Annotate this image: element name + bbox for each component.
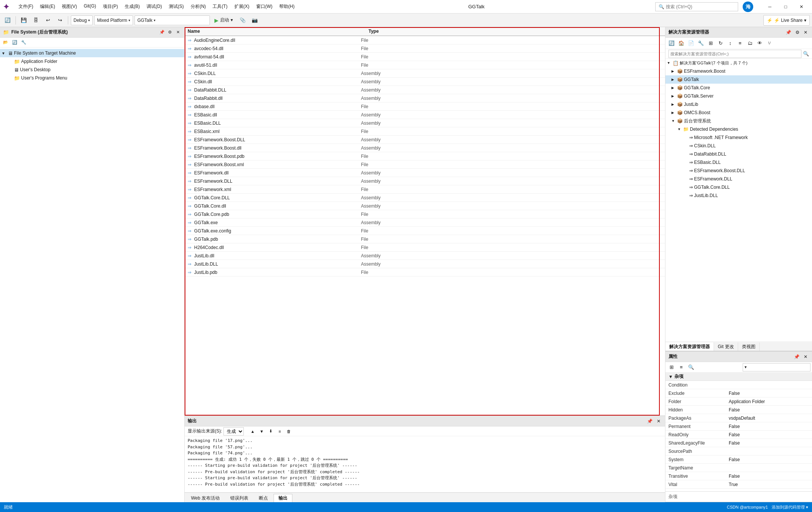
close-button[interactable]: ✕ [794, 2, 809, 12]
file-row[interactable]: ⇒ H264Codec.dll File [185, 243, 665, 252]
file-row[interactable]: ⇒ ESFramework.DLL Assembly [185, 177, 665, 185]
output-tab[interactable]: 输出 [274, 494, 292, 502]
prop-row[interactable]: Folder Application Folder [665, 397, 812, 406]
prop-row[interactable]: System False [665, 455, 812, 464]
prop-row[interactable]: Vital True [665, 480, 812, 489]
prop-row[interactable]: Hidden False [665, 406, 812, 414]
file-row[interactable]: ⇒ avutil-51.dll File [185, 61, 665, 69]
prop-section-header[interactable]: ▼杂项 [665, 373, 812, 381]
se-close-button[interactable]: ✕ [802, 29, 809, 36]
minimize-button[interactable]: ─ [762, 2, 777, 12]
fs-properties-button[interactable]: 🔧 [20, 38, 28, 47]
se-tree-item[interactable]: ⇒ CSkin.DLL [665, 142, 812, 150]
menu-file[interactable]: 文件(F) [15, 3, 36, 11]
file-row[interactable]: ⇒ dxbase.dll File [185, 102, 665, 111]
se-tree-item[interactable]: ▶ 📦 GGTalk [665, 75, 812, 84]
live-share-button[interactable]: ⚡ ⚡ Live Share ▾ [763, 15, 810, 26]
prop-row[interactable]: Condition [665, 381, 812, 389]
prop-row[interactable]: ReadOnly False [665, 431, 812, 439]
output-wrap-button[interactable]: ≡ [275, 427, 284, 436]
menu-tools[interactable]: 工具(T) [209, 3, 230, 11]
prop-footer[interactable]: 杂项 [665, 491, 812, 502]
se-tree-item[interactable]: ⇒ ESBasic.DLL [665, 158, 812, 167]
save-all-button[interactable]: 🗄 [31, 15, 41, 26]
se-pin-button[interactable]: 📌 [784, 29, 793, 36]
output-source-dropdown[interactable]: 生成 [223, 427, 244, 436]
file-row[interactable]: ⇒ ESFramework.dll Assembly [185, 169, 665, 177]
prop-row[interactable]: SourcePath [665, 447, 812, 455]
se-collapse-button[interactable]: ⊞ [706, 39, 715, 48]
output-prev-button[interactable]: ▲ [248, 427, 257, 436]
se-tree-item[interactable]: ⇒ ESFramework.Boost.DLL [665, 167, 812, 175]
menu-test[interactable]: 测试(S) [166, 3, 187, 11]
prop-row[interactable]: Permanent False [665, 422, 812, 431]
se-git-button[interactable]: ⑂ [765, 39, 774, 48]
se-tree-item[interactable]: ▶ 📦 GGTalk.Server [665, 92, 812, 100]
file-row[interactable]: ⇒ ESFramework.Boost.dll Assembly [185, 144, 665, 152]
tree-item-root[interactable]: ▼ 🖥 File System on Target Machine [0, 49, 184, 57]
file-row[interactable]: ⇒ avcodec-54.dll File [185, 44, 665, 53]
save-button[interactable]: 💾 [18, 15, 29, 26]
fs-pin-button[interactable]: 📌 [159, 29, 165, 36]
file-row[interactable]: ⇒ ESBasic.xml File [185, 127, 665, 136]
se-tree-item[interactable]: ⇒ ESFramework.DLL [665, 175, 812, 183]
file-row[interactable]: ⇒ GGTalk.exe Assembly [185, 219, 665, 227]
menu-window[interactable]: 窗口(W) [253, 3, 275, 11]
attach-button[interactable]: 📎 [237, 15, 248, 26]
prop-row[interactable]: PackageAs vsdpaDefault [665, 414, 812, 422]
se-home-button[interactable]: 🏠 [677, 39, 686, 48]
file-row[interactable]: ⇒ ESBasic.DLL Assembly [185, 119, 665, 127]
menu-project[interactable]: 项目(P) [100, 3, 121, 11]
se-tree-item[interactable]: ▶ 📦 JustLib [665, 100, 812, 109]
file-row[interactable]: ⇒ DataRabbit.dll Assembly [185, 94, 665, 102]
menu-extensions[interactable]: 扩展(X) [231, 3, 252, 11]
menu-build[interactable]: 生成(B) [122, 3, 143, 11]
se-tab[interactable]: 类视图 [738, 342, 760, 351]
se-settings-button[interactable]: ⚙ [794, 29, 801, 36]
fs-close-button[interactable]: ✕ [174, 29, 181, 36]
se-tree-item[interactable]: ▼ 📁 Detected Dependencies [665, 125, 812, 133]
file-row[interactable]: ⇒ GGTalk.Core.dll Assembly [185, 202, 665, 210]
prop-row[interactable]: Exclude False [665, 389, 812, 397]
prop-pin-button[interactable]: 📌 [792, 353, 801, 360]
menu-git[interactable]: Git(G) [81, 3, 99, 11]
file-row[interactable]: ⇒ GGTalk.exe.config File [185, 227, 665, 235]
fs-add-folder-button[interactable]: 📂 [2, 38, 10, 47]
prop-row[interactable]: SharedLegacyFile False [665, 439, 812, 447]
tree-item-desktop[interactable]: 🖥 User's Desktop [0, 66, 184, 74]
se-view-button[interactable]: 👁 [755, 39, 764, 48]
screenshot-button[interactable]: 📷 [249, 15, 260, 26]
global-search-input[interactable] [666, 4, 735, 9]
file-row[interactable]: ⇒ ESFramework.Boost.xml File [185, 160, 665, 169]
file-row[interactable]: ⇒ GGTalk.Core.DLL Assembly [185, 194, 665, 202]
file-row[interactable]: ⇒ JustLib.pdb File [185, 268, 665, 277]
output-pin-button[interactable]: 📌 [645, 418, 654, 425]
se-tree-item[interactable]: ▶ 📦 OMCS.Boost [665, 109, 812, 117]
maximize-button[interactable]: □ [778, 2, 793, 12]
output-close-button[interactable]: ✕ [655, 418, 662, 425]
prop-sort-button[interactable]: ⊞ [667, 363, 676, 372]
output-tab[interactable]: Web 发布活动 [186, 494, 225, 502]
file-row[interactable]: ⇒ JustLib.dll Assembly [185, 252, 665, 260]
file-row[interactable]: ⇒ ESFramework.Boost.DLL Assembly [185, 136, 665, 144]
fs-refresh-button[interactable]: 🔄 [11, 38, 19, 47]
se-extra-button[interactable]: 🗂 [745, 39, 754, 48]
menu-help[interactable]: 帮助(H) [276, 3, 298, 11]
file-row[interactable]: ⇒ CSkin.dll Assembly [185, 78, 665, 86]
menu-edit[interactable]: 编辑(E) [37, 3, 58, 11]
file-row[interactable]: ⇒ GGTalk.Core.pdb File [185, 210, 665, 219]
output-tab[interactable]: 断点 [254, 494, 273, 502]
se-new-button[interactable]: 📄 [687, 39, 696, 48]
se-tree-item[interactable]: ▼ 📦 后台管理系统 [665, 117, 812, 125]
se-tab[interactable]: 解决方案资源管理器 [665, 342, 714, 351]
file-row[interactable]: ⇒ JustLib.DLL Assembly [185, 260, 665, 268]
file-row[interactable]: ⇒ ESFramework.xml File [185, 185, 665, 194]
menu-debug[interactable]: 调试(D) [144, 3, 165, 11]
file-row[interactable]: ⇒ GGTalk.pdb File [185, 235, 665, 243]
se-refresh-button[interactable]: ↻ [716, 39, 725, 48]
source-control-button[interactable]: 添加到源代码管理 ▾ [772, 504, 808, 510]
output-clear-button[interactable]: 🗑 [284, 427, 293, 436]
se-tab[interactable]: Git 更改 [714, 342, 738, 351]
platform-dropdown[interactable]: Mixed Platform ▾ [94, 15, 133, 25]
se-filter-button[interactable]: 🔧 [696, 39, 705, 48]
